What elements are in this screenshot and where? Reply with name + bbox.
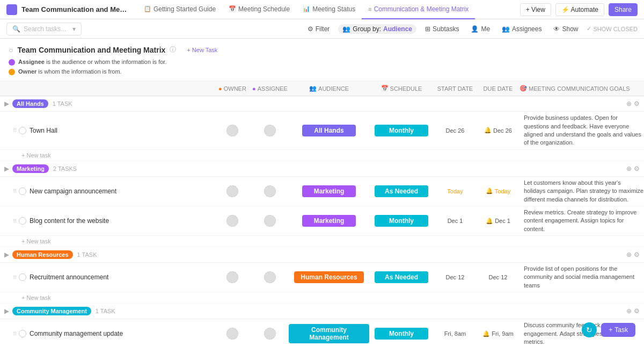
task-start-date: Today [434,188,477,194]
table-container: ● OWNER ● ASSIGNEE 👥 AUDIENCE 📅 SCHEDULE… [0,81,644,346]
group-add-icon-marketing[interactable]: ⊕ [626,165,632,172]
task-checkbox[interactable] [19,330,26,337]
search-icon: 🔍 [12,25,20,33]
task-schedule: Monthly [369,125,434,136]
task-owner [214,125,251,136]
schedule-tag: Monthly [375,215,428,227]
table-row: ⠿ Blog content for the website Marketing… [0,206,644,236]
header-right: + View ⚡ Automate Share [520,3,638,16]
task-checkbox[interactable] [19,273,26,281]
task-due-date: 🔔 Dec 1 [477,218,519,225]
me-button[interactable]: 👤 Me [467,24,493,34]
assignee-legend-icon [9,59,15,66]
plus-icon: + [609,326,612,334]
tab-meeting-status[interactable]: 📊 Meeting Status [296,0,362,19]
search-box[interactable]: 🔍 Search tasks... ▾ [6,23,82,35]
audience-tag: Human Resources [294,271,363,283]
task-audience: All Hands [289,125,369,136]
group-collapse-marketing[interactable]: ▶ [4,165,9,172]
show-closed[interactable]: ✓ SHOW CLOSED [587,25,638,32]
drag-handle[interactable]: ⠿ [13,218,17,224]
legend: Assignee is the audience or whom the inf… [9,57,635,76]
schedule-tag: Monthly [375,125,428,136]
group-add-icon[interactable]: ⊕ [626,100,632,107]
task-goals: Provide list of open positions for the c… [519,263,644,292]
col-header-start: START DATE [434,85,477,92]
assignees-button[interactable]: 👥 Assignees [499,24,545,34]
page-title: Team Communication and Meeting Matrix [17,46,165,54]
drag-handle[interactable]: ⠿ [13,331,17,337]
group-task-col: ▶ All Hands 1 TASK [4,99,214,108]
group-add-icon-hr[interactable]: ⊕ [626,251,632,258]
fab-sync[interactable]: ↻ [582,322,597,337]
group-add-icon-community[interactable]: ⊕ [626,307,632,315]
group-collapse-community[interactable]: ▶ [4,307,9,315]
show-button[interactable]: 👁 Show [550,24,581,34]
subtasks-button[interactable]: ⊞ Subtasks [422,24,462,34]
task-checkbox[interactable] [19,217,26,225]
task-assignee [251,328,289,340]
drag-handle[interactable]: ⠿ [13,188,17,194]
assignee-avatar [264,215,276,227]
group-label-all-hands: All Hands [12,99,48,108]
task-due-date: Dec 12 [477,274,519,280]
column-headers: ● OWNER ● ASSIGNEE 👥 AUDIENCE 📅 SCHEDULE… [0,81,644,96]
schedule-tag: As Needed [375,185,428,197]
task-checkbox[interactable] [19,127,26,134]
fab-add-task[interactable]: + Task [601,323,635,337]
task-assignee [251,271,289,283]
group-label-community: Community Management [12,307,91,315]
schedule-col-icon: 📅 [381,85,389,92]
task-goals: Let customers know about this year's hol… [519,177,644,206]
tab-getting-started[interactable]: 📋 Getting Started Guide [137,0,222,19]
group-settings-icon-marketing[interactable]: ⚙ [634,165,640,172]
task-owner [214,328,251,340]
group-settings-icon-community[interactable]: ⚙ [634,307,640,315]
page-header: ○ Team Communication and Meeting Matrix … [0,39,644,81]
group-collapse-hr[interactable]: ▶ [4,251,9,258]
group-task-col-marketing: ▶ Marketing 2 TASKS [4,164,214,173]
assignee-col-icon: ● [252,85,256,92]
automate-button[interactable]: ⚡ Automate [555,3,604,16]
filter-button[interactable]: ⚙ Filter [304,24,333,34]
view-button[interactable]: + View [520,3,551,16]
task-name: Recruitment announcement [30,273,223,281]
header-tabs: 📋 Getting Started Guide 📅 Meeting Schedu… [137,0,475,19]
assignee-avatar [264,185,276,197]
owner-avatar [226,185,238,197]
due-icon: 🔔 [486,218,493,225]
assignee-avatar [264,271,276,283]
task-name: Community management update [30,330,223,337]
task-audience: Marketing [289,185,369,197]
new-task-button[interactable]: + New Task [182,46,222,54]
group-by-pill[interactable]: 👥 Group by: Audience [338,24,416,34]
tab-icon-matrix: ≡ [368,6,371,12]
audience-tag: Marketing [302,215,356,227]
task-assignee [251,125,289,136]
share-button[interactable]: Share [609,3,638,16]
group-settings-icon[interactable]: ⚙ [634,100,640,107]
group-settings-icon-hr[interactable]: ⚙ [634,251,640,258]
group-collapse-all-hands[interactable]: ▶ [4,100,9,107]
new-task-row-hr[interactable]: + New task [0,292,644,304]
tab-communication-matrix[interactable]: ≡ Communication & Meeting Matrix [362,0,475,19]
sync-icon: ↻ [586,326,592,334]
task-assignee [251,215,289,227]
tab-meeting-schedule[interactable]: 📅 Meeting Schedule [222,0,296,19]
audience-tag: Community Management [289,324,369,343]
search-dropdown-icon[interactable]: ▾ [72,25,76,33]
drag-handle[interactable]: ⠿ [13,275,17,280]
task-goals: Provide business updates. Open for quest… [519,112,644,149]
task-schedule: As Needed [369,271,434,283]
new-task-row-all-hands[interactable]: + New task [0,150,644,161]
fab-task-label: Task [614,326,628,334]
group-all-hands: ▶ All Hands 1 TASK ⊕ ⚙ [0,96,644,112]
assignees-icon: 👥 [502,25,510,33]
col-header-goals: 🎯 MEETING COMMUNICATION GOALS [519,85,644,92]
task-checkbox[interactable] [19,188,26,195]
due-icon: 🔔 [484,127,492,134]
goals-col-icon: 🎯 [519,85,527,92]
drag-handle[interactable]: ⠿ [13,127,17,133]
col-header-schedule: 📅 SCHEDULE [369,85,434,92]
new-task-row-marketing[interactable]: + New task [0,236,644,247]
